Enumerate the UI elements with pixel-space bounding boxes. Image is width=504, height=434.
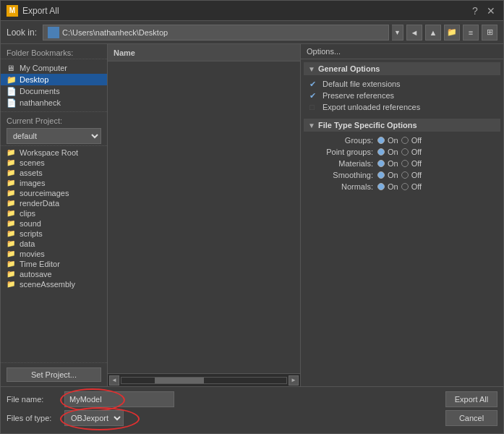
smoothing-on-radio[interactable]	[377, 171, 385, 179]
filetype-select[interactable]: OBJexport	[64, 410, 124, 426]
folder-icon-workspace: 📁	[7, 148, 17, 157]
file-item-autosave[interactable]: 📁 autosave	[1, 269, 107, 279]
export-all-dialog: M Export All ? ✕ Look in: C:\Users\natha…	[0, 0, 504, 434]
left-panel: Folder Bookmarks: 🖥 My Computer 📁 Deskto…	[1, 44, 108, 386]
options-title: Options...	[301, 44, 503, 59]
normals-on-radio[interactable]	[377, 183, 385, 190]
option-preserve-references-label: Preserve references	[323, 91, 394, 100]
point-groups-off-radio[interactable]	[401, 148, 409, 156]
normals-off-radio[interactable]	[401, 183, 409, 190]
file-item-label: scenes	[20, 158, 45, 167]
help-button[interactable]: ?	[469, 4, 482, 17]
file-item-movies[interactable]: 📁 movies	[1, 249, 107, 259]
groups-on-label: On	[388, 136, 398, 145]
current-project-section: Current Project: default	[1, 112, 107, 146]
file-item-workspace-root[interactable]: 📁 Workspace Root	[1, 148, 107, 158]
export-all-button[interactable]: Export All	[445, 391, 497, 407]
smoothing-label: Smoothing:	[315, 171, 373, 179]
filetype-row: Files of type: OBJexport Cancel	[7, 410, 497, 426]
folder-icon-autosave: 📁	[7, 270, 17, 278]
filename-label: File name:	[7, 395, 64, 404]
file-item-sceneassembly[interactable]: 📁 sceneAssembly	[1, 279, 107, 289]
folder-icon-assets: 📁	[7, 169, 17, 177]
folder-icon	[48, 27, 59, 38]
documents-folder-icon: 📄	[7, 87, 17, 95]
file-type-options-label: File Type Specific Options	[318, 121, 417, 129]
file-type-options-arrow: ▼	[308, 122, 315, 129]
scroll-left-btn[interactable]: ◄	[109, 375, 119, 386]
scroll-right-btn[interactable]: ►	[289, 375, 299, 386]
look-in-label: Look in:	[7, 27, 37, 38]
file-item-sound[interactable]: 📁 sound	[1, 218, 107, 229]
nav-back-btn[interactable]: ◄	[406, 25, 422, 41]
file-item-scenes[interactable]: 📁 scenes	[1, 158, 107, 168]
cancel-button[interactable]: Cancel	[445, 410, 497, 426]
folder-icon-clips: 📁	[7, 209, 17, 218]
file-item-label: sound	[20, 219, 41, 228]
file-item-sourceimages[interactable]: 📁 sourceimages	[1, 188, 107, 198]
radio-row-groups: Groups: On Off	[304, 135, 500, 146]
materials-on-radio[interactable]	[377, 160, 385, 167]
materials-radio-group: On Off	[377, 159, 422, 168]
right-panel: Options... ▼ General Options ✔ Default f…	[301, 44, 503, 386]
bookmark-desktop-label: Desktop	[20, 75, 48, 84]
file-item-data[interactable]: 📁 data	[1, 239, 107, 249]
materials-off-radio[interactable]	[401, 160, 409, 167]
checkbox-default-extensions[interactable]: ✔	[309, 80, 318, 88]
normals-label: Normals:	[315, 182, 373, 191]
set-project-button[interactable]: Set Project...	[7, 367, 101, 382]
title-bar: M Export All ? ✕	[1, 1, 503, 21]
close-button[interactable]: ✕	[484, 4, 497, 17]
path-dropdown[interactable]: ▼	[392, 25, 403, 41]
file-type-options-header[interactable]: ▼ File Type Specific Options	[304, 119, 500, 132]
nav-new-folder-btn[interactable]: 📁	[444, 25, 460, 41]
bookmark-my-computer-label: My Computer	[20, 64, 67, 72]
filename-row: File name: Export All	[7, 391, 497, 407]
point-groups-on-radio[interactable]	[377, 148, 385, 156]
general-options-label: General Options	[318, 64, 380, 73]
file-item-images[interactable]: 📁 images	[1, 178, 107, 188]
smoothing-off-radio[interactable]	[401, 171, 409, 179]
folder-icon-scenes: 📁	[7, 158, 17, 167]
project-dropdown[interactable]: default	[7, 128, 101, 144]
center-panel: Name ◄ ►	[108, 44, 301, 386]
bookmark-nathanheck[interactable]: 📄 nathanheck	[1, 97, 107, 109]
bookmark-desktop[interactable]: 📁 Desktop	[1, 74, 107, 85]
bookmark-documents[interactable]: 📄 Documents	[1, 85, 107, 97]
normals-radio-group: On Off	[377, 182, 422, 191]
folder-icon-renderdata: 📁	[7, 199, 17, 208]
bookmark-my-computer[interactable]: 🖥 My Computer	[1, 62, 107, 74]
option-export-unloaded[interactable]: □ Export unloaded references	[304, 101, 500, 113]
point-groups-off-label: Off	[411, 148, 422, 156]
scroll-thumb	[155, 378, 204, 383]
materials-label: Materials:	[315, 159, 373, 168]
bookmarks-list: 🖥 My Computer 📁 Desktop 📄 Documents 📄 na…	[1, 59, 107, 112]
file-item-assets[interactable]: 📁 assets	[1, 168, 107, 178]
title-controls: ? ✕	[469, 4, 497, 17]
option-default-extensions[interactable]: ✔ Default file extensions	[304, 78, 500, 90]
scroll-track[interactable]	[121, 377, 287, 384]
file-list-header: Name	[108, 44, 300, 61]
groups-on-radio[interactable]	[377, 137, 385, 144]
nav-up-btn[interactable]: ▲	[425, 25, 441, 41]
dialog-title: Export All	[22, 6, 469, 16]
option-preserve-references[interactable]: ✔ Preserve references	[304, 90, 500, 101]
folder-icon-movies: 📁	[7, 250, 17, 258]
checkbox-export-unloaded[interactable]: □	[309, 103, 318, 111]
groups-radio-group: On Off	[377, 136, 422, 145]
nav-detail-btn[interactable]: ⊞	[482, 25, 497, 41]
computer-icon: 🖥	[7, 64, 17, 72]
groups-off-radio[interactable]	[401, 137, 409, 144]
file-item-scripts[interactable]: 📁 scripts	[1, 229, 107, 239]
nav-list-btn[interactable]: ≡	[463, 25, 479, 41]
file-item-renderdata[interactable]: 📁 renderData	[1, 198, 107, 208]
file-item-time-editor[interactable]: 📁 Time Editor	[1, 259, 107, 269]
folder-icon-sceneassembly: 📁	[7, 280, 17, 289]
file-item-clips[interactable]: 📁 clips	[1, 208, 107, 218]
general-options-header[interactable]: ▼ General Options	[304, 62, 500, 75]
folder-icon-data: 📁	[7, 239, 17, 248]
file-list-body[interactable]	[108, 61, 300, 373]
materials-off-label: Off	[411, 159, 422, 168]
filename-input[interactable]	[64, 391, 174, 407]
checkbox-preserve-references[interactable]: ✔	[309, 91, 318, 100]
